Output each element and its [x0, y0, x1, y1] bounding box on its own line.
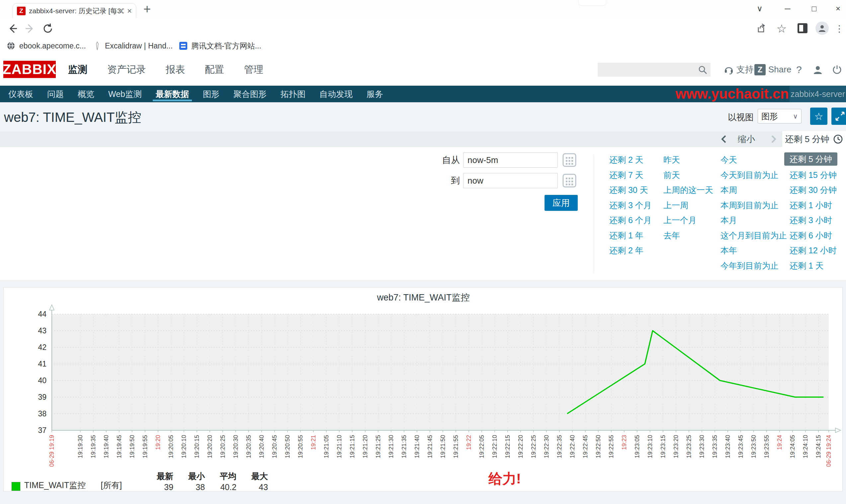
- main-nav-item[interactable]: 配置: [205, 63, 224, 76]
- browser-toolbar: 不安全 10.0.0.61/zabbix/history.php?action=…: [0, 18, 846, 38]
- quick-range-link[interactable]: 还剩 5 分钟: [784, 152, 838, 166]
- x-tick-label: 19:20:40: [258, 435, 265, 458]
- window-maximize-button[interactable]: □: [806, 2, 823, 15]
- zoom-out-button[interactable]: 缩小: [738, 131, 755, 147]
- x-tick-label: 19:21:35: [401, 435, 408, 458]
- quick-range-link[interactable]: 今年到目前为止: [720, 258, 787, 274]
- bookmark-item[interactable]: ebook.apecome.c...: [7, 38, 86, 53]
- kiosk-mode-button[interactable]: [831, 108, 846, 125]
- help-button[interactable]: ?: [796, 53, 802, 86]
- quick-range-link[interactable]: 还剩 2 天: [609, 152, 652, 168]
- quick-range-link[interactable]: 前天: [663, 168, 713, 183]
- share-page-button[interactable]: [754, 22, 768, 35]
- subnav-item[interactable]: 聚合图形: [227, 86, 274, 102]
- quick-range-link[interactable]: 还剩 30 天: [609, 183, 652, 198]
- to-calendar-button[interactable]: [562, 173, 577, 188]
- quick-range-link[interactable]: 上周的这一天: [663, 183, 713, 198]
- share-link[interactable]: Z Share: [754, 53, 791, 86]
- quick-range-link[interactable]: 这个月到目前为止: [720, 228, 787, 244]
- zabbix-logo[interactable]: ZABBIX: [3, 61, 56, 78]
- quick-range-link[interactable]: 还剩 3 个月: [609, 198, 652, 213]
- quick-range-link[interactable]: 去年: [663, 228, 713, 244]
- window-minimize-button[interactable]: ─: [779, 2, 796, 15]
- main-nav-item[interactable]: 监测: [68, 63, 87, 76]
- quick-range-link[interactable]: 昨天: [663, 152, 713, 168]
- global-search-input[interactable]: [598, 63, 710, 77]
- x-tick-label: 19:23:20: [673, 435, 679, 458]
- subnav-item[interactable]: 自动发现: [312, 86, 360, 102]
- forward-button[interactable]: [23, 22, 37, 35]
- reload-button[interactable]: [41, 22, 54, 35]
- subnav-item[interactable]: Web监测: [101, 86, 149, 102]
- quick-range-link[interactable]: 还剩 1 天: [784, 258, 842, 274]
- series-stats: 最新 最小 平均 最大 39 38 40.2 43: [142, 471, 268, 492]
- window-titlebar: Z zabbix4-server: 历史记录 [每30 × + ∨ ─ □ ×: [0, 0, 846, 18]
- y-tick-label: 37: [38, 426, 47, 435]
- x-tick-label: 19:23:40: [724, 435, 731, 458]
- bookmark-item[interactable]: Excalidraw | Hand...: [94, 38, 173, 53]
- logout-button[interactable]: [832, 53, 842, 86]
- quick-range-link[interactable]: 还剩 30 分钟: [784, 183, 842, 198]
- quick-range-link[interactable]: 本年: [720, 243, 787, 258]
- new-tab-button[interactable]: +: [143, 3, 151, 15]
- quick-range-link[interactable]: 本月: [720, 213, 787, 228]
- stat-header: 最大: [236, 471, 268, 482]
- quick-range-link[interactable]: 上一个月: [663, 213, 713, 228]
- quick-range-link[interactable]: 还剩 2 年: [609, 243, 652, 258]
- x-tick-label: 19:22:55: [608, 435, 615, 458]
- side-panel-button[interactable]: [797, 23, 808, 33]
- favourite-button[interactable]: ☆: [810, 108, 827, 125]
- browser-tab[interactable]: Z zabbix4-server: 历史记录 [每30 ×: [13, 3, 136, 18]
- quick-range-link[interactable]: 今天到目前为止: [720, 168, 787, 183]
- bookmark-label: Excalidraw | Hand...: [105, 41, 173, 51]
- quick-range-link[interactable]: 还剩 15 分钟: [784, 168, 842, 183]
- subnav-item[interactable]: 仪表板: [1, 86, 40, 102]
- x-tick-label: 19:21: [310, 435, 317, 450]
- from-calendar-button[interactable]: [562, 152, 577, 168]
- subnav-item[interactable]: 概览: [71, 86, 101, 102]
- to-input[interactable]: [463, 173, 558, 188]
- quick-range-link[interactable]: 还剩 3 小时: [784, 213, 842, 228]
- quick-range-link[interactable]: 本周到目前为止: [720, 198, 787, 213]
- profile-avatar[interactable]: [815, 22, 829, 35]
- window-dropdown-chevron-icon[interactable]: ∨: [751, 2, 768, 15]
- quick-range-link[interactable]: 还剩 7 天: [609, 168, 652, 183]
- bookmark-star-button[interactable]: ☆: [775, 22, 788, 35]
- quick-range-link[interactable]: 还剩 1 小时: [784, 198, 842, 213]
- quick-range-link[interactable]: 还剩 6 个月: [609, 213, 652, 228]
- power-icon: [832, 65, 842, 75]
- window-close-button[interactable]: ×: [829, 2, 846, 15]
- bookmark-item[interactable]: 腾讯文档-官方网站...: [179, 38, 261, 53]
- view-as-select[interactable]: 图形 ∨: [758, 109, 802, 124]
- x-tick-label: 19:23:35: [712, 435, 718, 458]
- browser-menu-button[interactable]: ⋮: [833, 22, 846, 35]
- subnav-item[interactable]: 最新数据: [149, 86, 196, 102]
- quick-range-link[interactable]: 今天: [720, 152, 787, 168]
- subnav-item[interactable]: 图形: [196, 86, 227, 102]
- chevron-down-icon: ∨: [793, 112, 798, 120]
- quick-range-link[interactable]: 还剩 12 小时: [784, 243, 842, 258]
- quick-range-link[interactable]: 上一周: [663, 198, 713, 213]
- x-axis-arrow: [835, 428, 841, 433]
- apply-button[interactable]: 应用: [544, 195, 578, 211]
- time-range-tab[interactable]: 还剩 5 分钟: [782, 131, 846, 147]
- main-nav-item[interactable]: 管理: [244, 63, 263, 76]
- zoom-right-button[interactable]: [769, 134, 778, 144]
- from-input[interactable]: [463, 152, 558, 168]
- zoom-left-button[interactable]: [720, 134, 728, 144]
- subnav-item[interactable]: 拓扑图: [274, 86, 312, 102]
- main-nav-item[interactable]: 报表: [166, 63, 185, 76]
- subnav-item[interactable]: 服务: [360, 86, 390, 102]
- x-tick-label: 19:20:50: [284, 435, 291, 458]
- subnav-item[interactable]: 问题: [40, 86, 71, 102]
- back-button[interactable]: [6, 22, 19, 35]
- x-tick-label: 19:19:30: [77, 435, 84, 458]
- quick-range-link[interactable]: 本周: [720, 183, 787, 198]
- quick-range-link[interactable]: 还剩 6 小时: [784, 228, 842, 244]
- main-nav-item[interactable]: 资产记录: [107, 63, 146, 76]
- support-link[interactable]: 支持: [724, 53, 754, 86]
- quick-range-link[interactable]: 还剩 1 年: [609, 228, 652, 244]
- user-profile-button[interactable]: [813, 53, 823, 86]
- server-name-badge: zabbix4-server: [790, 86, 846, 102]
- tab-close-icon[interactable]: ×: [127, 7, 132, 15]
